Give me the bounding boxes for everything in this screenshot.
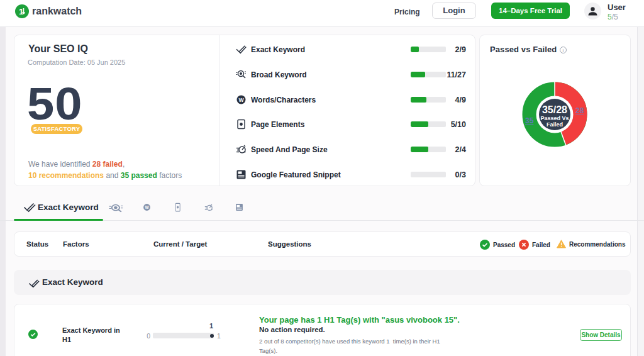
svg-text:1: 1 bbox=[19, 7, 23, 16]
svg-text:Failed: Failed bbox=[547, 121, 563, 128]
svg-text:35/28: 35/28 bbox=[542, 104, 567, 115]
svg-text:W: W bbox=[145, 205, 149, 209]
svg-text:W: W bbox=[238, 97, 244, 103]
svg-text:Passed Vs: Passed Vs bbox=[540, 115, 569, 121]
